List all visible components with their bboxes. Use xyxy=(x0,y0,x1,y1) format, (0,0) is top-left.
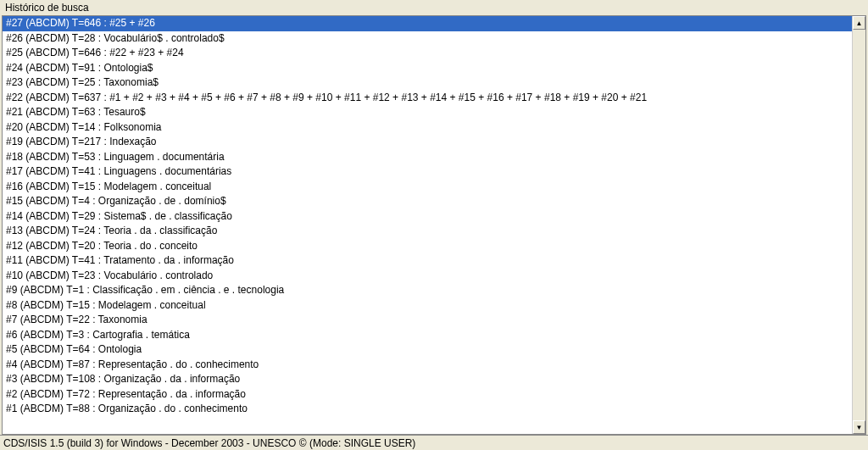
history-item[interactable]: #24 (ABCDM) T=91 : Ontologia$ xyxy=(3,61,852,76)
history-item[interactable]: #6 (ABCDM) T=3 : Cartografia . temática xyxy=(3,328,852,343)
scroll-down-button[interactable]: ▼ xyxy=(853,420,865,434)
history-item[interactable]: #23 (ABCDM) T=25 : Taxonomia$ xyxy=(3,75,852,91)
history-item[interactable]: #4 (ABCDM) T=87 : Representação . do . c… xyxy=(3,358,852,373)
history-item[interactable]: #27 (ABCDM) T=646 : #25 + #26 xyxy=(3,16,852,31)
history-item[interactable]: #8 (ABCDM) T=15 : Modelagem . conceitual xyxy=(3,298,852,314)
history-item[interactable]: #25 (ABCDM) T=646 : #22 + #23 + #24 xyxy=(3,46,852,61)
history-item[interactable]: #7 (ABCDM) T=22 : Taxonomia xyxy=(3,313,852,328)
history-item[interactable]: #13 (ABCDM) T=24 : Teoria . da . classif… xyxy=(3,224,852,239)
history-item[interactable]: #20 (ABCDM) T=14 : Folksonomia xyxy=(3,120,852,136)
history-list-container: #27 (ABCDM) T=646 : #25 + #26#26 (ABCDM)… xyxy=(2,15,866,435)
history-item[interactable]: #1 (ABCDM) T=88 : Organização . do . con… xyxy=(3,402,852,417)
history-item[interactable]: #18 (ABCDM) T=53 : Linguagem . documentá… xyxy=(3,150,852,165)
history-item[interactable]: #26 (ABCDM) T=28 : Vocabulário$ . contro… xyxy=(3,31,852,47)
history-item[interactable]: #14 (ABCDM) T=29 : Sistema$ . de . class… xyxy=(3,209,852,225)
history-item[interactable]: #17 (ABCDM) T=41 : Linguagens . document… xyxy=(3,164,852,180)
history-item[interactable]: #21 (ABCDM) T=63 : Tesauro$ xyxy=(3,105,852,120)
history-item[interactable]: #9 (ABCDM) T=1 : Classificação . em . ci… xyxy=(3,283,852,298)
scroll-up-button[interactable]: ▲ xyxy=(853,16,865,30)
history-item[interactable]: #5 (ABCDM) T=64 : Ontologia xyxy=(3,342,852,358)
vertical-scrollbar[interactable]: ▲ ▼ xyxy=(852,16,865,434)
scroll-track[interactable] xyxy=(853,30,865,420)
history-item[interactable]: #3 (ABCDM) T=108 : Organização . da . in… xyxy=(3,372,852,387)
history-list[interactable]: #27 (ABCDM) T=646 : #25 + #26#26 (ABCDM)… xyxy=(3,16,852,434)
history-item[interactable]: #16 (ABCDM) T=15 : Modelagem . conceitua… xyxy=(3,180,852,195)
history-item[interactable]: #12 (ABCDM) T=20 : Teoria . do . conceit… xyxy=(3,239,852,254)
history-item[interactable]: #11 (ABCDM) T=41 : Tratamento . da . inf… xyxy=(3,253,852,269)
status-bar: CDS/ISIS 1.5 (build 3) for Windows - Dec… xyxy=(0,435,868,450)
history-item[interactable]: #19 (ABCDM) T=217 : Indexação xyxy=(3,135,852,150)
history-item[interactable]: #22 (ABCDM) T=637 : #1 + #2 + #3 + #4 + … xyxy=(3,91,852,106)
history-item[interactable]: #10 (ABCDM) T=23 : Vocabulário . control… xyxy=(3,269,852,284)
history-item[interactable]: #15 (ABCDM) T=4 : Organização . de . dom… xyxy=(3,194,852,209)
history-item[interactable]: #2 (ABCDM) T=72 : Representação . da . i… xyxy=(3,387,852,403)
history-header-label: Histórico de busca xyxy=(0,0,868,15)
